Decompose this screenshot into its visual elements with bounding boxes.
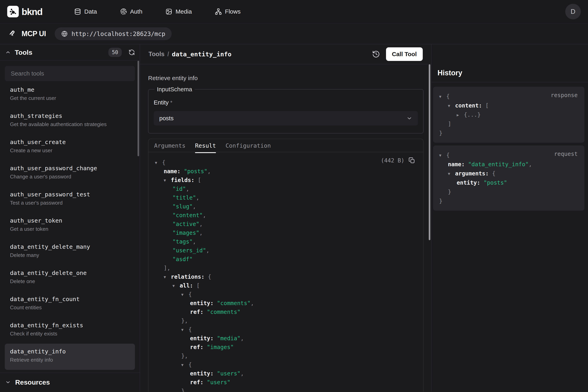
- json-line: "tags",: [155, 237, 416, 246]
- json-line: ▼{: [155, 360, 416, 369]
- caret-down-icon[interactable]: ▼: [439, 92, 446, 101]
- sidebar-tool-auth_user_password_change[interactable]: auth_user_password_changeChange a user's…: [5, 160, 135, 186]
- json-line: ▼relations: {: [155, 272, 416, 281]
- json-line: }: [439, 129, 579, 138]
- nav-item-data[interactable]: Data: [74, 8, 97, 15]
- call-tool-button[interactable]: Call Tool: [386, 47, 423, 61]
- caret-down-icon[interactable]: ▼: [181, 290, 189, 299]
- json-line: entity: "comments",: [155, 299, 416, 308]
- sidebar-tool-data_entity_fn_exists[interactable]: data_entity_fn_existsCheck if entity exi…: [5, 318, 135, 344]
- nav-item-media[interactable]: Media: [166, 8, 192, 15]
- sidebar-tool-data_entity_info[interactable]: data_entity_infoRetrieve entity info: [5, 344, 135, 370]
- sidebar-tool-auth_strategies[interactable]: auth_strategiesGet the available authent…: [5, 108, 135, 134]
- main-body: Retrieve entity info InputSchema Entity*…: [140, 64, 431, 392]
- tool-result-card: ArgumentsResultConfiguration (442 B): [148, 139, 423, 392]
- breadcrumb-section[interactable]: Tools: [149, 50, 165, 58]
- tool-name: data_entity_fn_exists: [10, 322, 130, 329]
- tool-description: Delete many: [10, 252, 130, 258]
- chevron-down-icon[interactable]: [5, 380, 11, 385]
- search-input[interactable]: [5, 66, 135, 81]
- tool-description: Test a user's password: [10, 200, 130, 206]
- brand-logo[interactable]: bknd: [7, 6, 42, 18]
- caret-down-icon[interactable]: ▼: [181, 325, 189, 334]
- caret-right-icon[interactable]: ▶: [457, 110, 464, 120]
- tools-count-badge: 50: [108, 48, 122, 57]
- entity-select[interactable]: posts: [154, 111, 418, 126]
- input-schema-legend: InputSchema: [155, 86, 195, 93]
- tool-description: Delete one: [10, 278, 130, 284]
- brand-name: bknd: [21, 6, 42, 17]
- json-line: entity: "users",: [155, 369, 416, 378]
- history-icon[interactable]: [372, 50, 380, 58]
- tools-section-header[interactable]: Tools 50: [0, 44, 140, 61]
- copy-icon[interactable]: [408, 157, 415, 164]
- sidebar-tool-auth_user_password_test[interactable]: auth_user_password_testTest a user's pas…: [5, 186, 135, 213]
- resources-section-title: Resources: [15, 378, 50, 386]
- json-line: "images",: [155, 228, 416, 237]
- app: bknd DataAuthMediaFlows D MCP UI http://…: [0, 0, 588, 392]
- json-line: name: "data_entity_info",: [439, 160, 579, 169]
- caret-down-icon[interactable]: ▼: [448, 101, 455, 110]
- tab-configuration[interactable]: Configuration: [225, 142, 271, 153]
- sidebar-tool-data_entity_fn_count[interactable]: data_entity_fn_countCount entities: [5, 291, 135, 318]
- history-title: History: [437, 69, 588, 77]
- image-icon: [166, 8, 172, 15]
- server-url-pill[interactable]: http://localhost:28623/mcp: [55, 27, 172, 40]
- nav-item-auth[interactable]: Auth: [120, 8, 143, 15]
- top-nav: bknd DataAuthMediaFlows D: [0, 0, 588, 24]
- history-entry-tag: request: [554, 151, 578, 157]
- sidebar-tool-data_entity_delete_one[interactable]: data_entity_delete_oneDelete one: [5, 265, 135, 291]
- json-line: ]: [439, 120, 579, 129]
- user-avatar[interactable]: D: [565, 4, 581, 20]
- history-entry-request[interactable]: request▼{name: "data_entity_info",▼argum…: [433, 146, 585, 210]
- tab-arguments[interactable]: Arguments: [154, 142, 186, 153]
- caret-down-icon[interactable]: ▼: [181, 360, 189, 369]
- tool-description: Create a new user: [10, 148, 130, 154]
- json-line: entity: "media",: [155, 334, 416, 343]
- json-line: "users_id",: [155, 246, 416, 255]
- network-icon: [215, 8, 222, 15]
- json-line: }: [439, 188, 579, 196]
- refresh-icon[interactable]: [129, 49, 135, 56]
- json-line: ▼{: [155, 158, 416, 167]
- sidebar-tool-auth_me[interactable]: auth_meGet the current user: [5, 82, 135, 108]
- tool-name: data_entity_info: [10, 348, 130, 355]
- caret-down-icon[interactable]: ▼: [164, 272, 171, 281]
- json-line: entity: "posts": [439, 178, 579, 188]
- tools-section-title: Tools: [15, 48, 32, 56]
- tool-description: Count entities: [10, 304, 130, 311]
- caret-down-icon[interactable]: ▼: [155, 158, 162, 167]
- caret-down-icon[interactable]: ▼: [448, 169, 455, 178]
- sidebar-tool-auth_user_token[interactable]: auth_user_tokenGet a user token: [5, 213, 135, 239]
- globe-icon: [61, 30, 68, 37]
- json-line: "active",: [155, 220, 416, 228]
- page-title: MCP UI: [21, 30, 46, 38]
- nav-item-flows[interactable]: Flows: [215, 8, 240, 15]
- input-schema-fieldset: InputSchema Entity* posts: [148, 86, 423, 134]
- resources-section-header[interactable]: Resources: [0, 372, 140, 392]
- json-line: ▼fields: [: [155, 176, 416, 184]
- sidebar-tool-data_entity_delete_many[interactable]: data_entity_delete_manyDelete many: [5, 239, 135, 265]
- main-scrollbar[interactable]: [429, 64, 430, 240]
- history-entry-tag: response: [551, 92, 578, 98]
- result-size-label: (442 B): [381, 157, 404, 164]
- sidebar-scrollbar[interactable]: [138, 61, 139, 156]
- caret-down-icon[interactable]: ▼: [439, 151, 446, 160]
- history-entry-response[interactable]: response▼{▼content: [▶{...}]}: [433, 87, 585, 143]
- nav-item-label: Auth: [130, 8, 143, 15]
- chevron-up-icon[interactable]: [5, 50, 11, 55]
- tool-name: auth_me: [10, 86, 130, 93]
- tool-name: auth_user_create: [10, 139, 130, 146]
- sidebar-tool-auth_user_create[interactable]: auth_user_createCreate a new user: [5, 134, 135, 160]
- caret-down-icon[interactable]: ▼: [173, 281, 180, 290]
- json-line: "id",: [155, 184, 416, 194]
- nav-item-label: Data: [84, 8, 97, 15]
- server-url: http://localhost:28623/mcp: [71, 30, 165, 37]
- tab-result[interactable]: Result: [195, 142, 216, 153]
- main-panel: Tools / data_entity_info Call Tool Retri…: [140, 44, 431, 392]
- json-line: ▼all: [: [155, 281, 416, 290]
- json-line: name: "posts",: [155, 167, 416, 176]
- caret-down-icon[interactable]: ▼: [164, 176, 171, 184]
- tools-list-scroll: auth_meGet the current userauth_strategi…: [0, 61, 140, 372]
- json-line: ▼content: [: [439, 101, 579, 110]
